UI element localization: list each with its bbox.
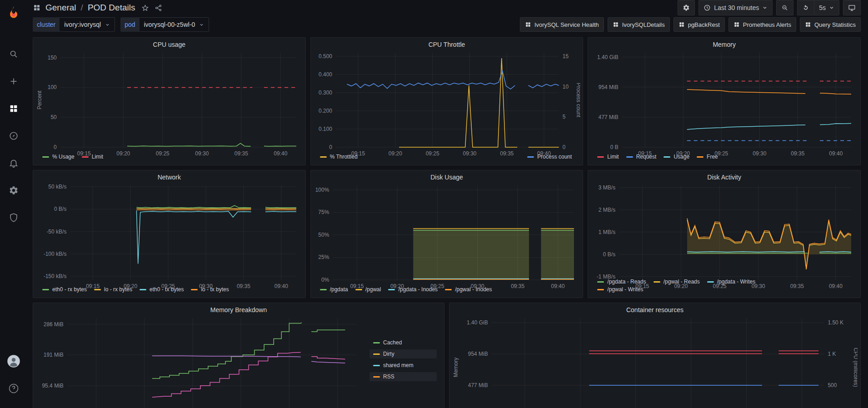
dashboard-settings-button[interactable]: [678, 0, 695, 15]
sidebar-item-dashboards[interactable]: [3, 98, 24, 119]
link-pgbackrest[interactable]: pgBackRest: [673, 17, 725, 32]
panel-container-resources: Container resources 09:1509:2009:2509:30…: [449, 303, 861, 408]
legend-item[interactable]: Cached: [369, 338, 437, 347]
refresh-group: 5s: [797, 0, 839, 15]
variable-label: cluster: [33, 17, 60, 32]
variable-cluster-select[interactable]: ivory:ivorysql: [60, 17, 115, 32]
legend-item[interactable]: shared mem: [369, 361, 437, 370]
legend-swatch: [373, 376, 380, 378]
svg-text:954 MiB: 954 MiB: [599, 84, 619, 90]
top-navbar: General / POD Details: [27, 0, 868, 15]
server-admin-shield-icon: [9, 213, 19, 223]
legend-item[interactable]: /pgwal - Writes: [597, 286, 643, 293]
chevron-down-icon: [829, 5, 834, 10]
legend-item[interactable]: eth0 - tx bytes: [140, 286, 184, 293]
link-ivorysql-details[interactable]: IvorySQLDetails: [608, 17, 670, 32]
legend-item[interactable]: Limit: [82, 154, 103, 160]
legend-item[interactable]: /pgwal - Reads: [653, 279, 700, 285]
legend-item[interactable]: /pgdata - Inodes: [388, 286, 438, 293]
dashboard-links: IvorySQL Service Health IvorySQLDetails …: [520, 17, 861, 32]
legend-item[interactable]: eth0 - rx bytes: [42, 286, 87, 293]
legend-item[interactable]: RSS: [369, 372, 437, 381]
panel-title[interactable]: CPU Throttle: [311, 38, 583, 49]
sidebar-item-alerting[interactable]: [3, 153, 24, 174]
svg-text:1 MB/s: 1 MB/s: [599, 229, 615, 235]
legend-item[interactable]: % Usage: [42, 154, 75, 160]
kiosk-mode-button[interactable]: [843, 0, 861, 15]
kiosk-monitor-icon: [848, 4, 856, 12]
legend-swatch: [597, 289, 604, 290]
legend-label: shared mem: [383, 362, 414, 368]
panel-title[interactable]: Disk Usage: [311, 170, 583, 182]
svg-text:Percent: Percent: [36, 90, 43, 109]
svg-text:500: 500: [828, 382, 837, 388]
memory-breakdown-chart[interactable]: 09:1509:2009:2509:3009:3509:4095.4 MiB19…: [36, 314, 363, 408]
zoom-out-button[interactable]: [776, 0, 793, 15]
legend-item[interactable]: /pgdata - Writes: [707, 279, 755, 285]
share-icon[interactable]: [155, 4, 162, 12]
legend-label: lo - tx bytes: [201, 286, 229, 293]
grafana-logo[interactable]: [7, 5, 20, 19]
legend-item[interactable]: Free: [697, 154, 718, 160]
legend-label: Limit: [607, 154, 619, 160]
legend-item[interactable]: /pgdata: [320, 286, 348, 293]
time-range-picker[interactable]: Last 30 minutes: [698, 0, 773, 15]
star-icon[interactable]: [141, 4, 149, 12]
panel-title[interactable]: Network: [33, 170, 305, 182]
disk-usage-chart[interactable]: 09:1509:2009:2509:3009:3509:400%25%50%75…: [314, 182, 580, 285]
legend-swatch: [597, 281, 604, 283]
legend-swatch: [653, 281, 660, 283]
legend-item[interactable]: Limit: [597, 154, 619, 160]
panel-title[interactable]: Memory Breakdown: [33, 303, 444, 314]
cpu-usage-chart[interactable]: 09:1509:2009:2509:3009:3509:40050100150P…: [36, 49, 303, 153]
legend-item[interactable]: lo - tx bytes: [191, 286, 229, 293]
legend-item[interactable]: Dirty: [369, 349, 437, 358]
network-chart[interactable]: 09:1509:2009:2509:3009:3509:4050 kB/s0 B…: [36, 182, 303, 285]
sidebar-item-configuration[interactable]: [3, 180, 24, 201]
legend-item[interactable]: % Throttled: [320, 154, 358, 160]
cpu-throttle-chart[interactable]: 09:1509:2009:2509:3009:3509:4000.1000.20…: [314, 49, 580, 153]
variable-cluster: cluster ivory:ivorysql: [33, 17, 115, 32]
legend-item[interactable]: /pgwal - Inodes: [445, 286, 492, 293]
disk-activity-chart[interactable]: 09:1509:2009:2509:3009:3509:40-1 MB/s0 B…: [591, 182, 858, 278]
link-query-statistics[interactable]: Query Statistics: [800, 17, 861, 32]
sidebar-item-explore[interactable]: [3, 125, 24, 146]
svg-text:0: 0: [329, 144, 332, 150]
link-ivorysql-service-health[interactable]: IvorySQL Service Health: [520, 17, 604, 32]
sidebar-item-create[interactable]: [3, 71, 24, 92]
panel-title[interactable]: Container resources: [449, 303, 860, 314]
apps-grid-icon: [678, 21, 685, 28]
svg-text:CPU (millicores): CPU (millicores): [853, 348, 858, 387]
svg-text:25%: 25%: [318, 254, 329, 260]
memory-chart[interactable]: 09:1509:2009:2509:3009:3509:400 B477 MiB…: [591, 49, 858, 153]
svg-text:Process count: Process count: [575, 83, 580, 118]
refresh-interval-button[interactable]: 5s: [814, 0, 839, 15]
container-resources-chart[interactable]: 09:1509:2009:2509:3009:3509:40477 MiB954…: [452, 314, 858, 408]
legend-item[interactable]: lo - rx bytes: [94, 286, 132, 293]
refresh-button[interactable]: [798, 0, 814, 15]
legend-item[interactable]: /pgdata - Reads: [597, 279, 646, 285]
legend-item[interactable]: Process count: [527, 154, 572, 160]
legend-item[interactable]: Request: [626, 154, 657, 160]
page-title[interactable]: POD Details: [88, 3, 135, 13]
svg-text:0.500: 0.500: [319, 53, 332, 60]
sidebar-item-profile[interactable]: [3, 351, 24, 372]
panel-title[interactable]: CPU usage: [33, 38, 305, 49]
svg-text:477 MiB: 477 MiB: [599, 114, 619, 120]
apps-grid-icon: [33, 4, 41, 12]
configuration-gear-icon: [9, 185, 19, 195]
dashboard-toolbar: Last 30 minutes: [678, 0, 861, 15]
breadcrumb-section[interactable]: General: [45, 3, 76, 13]
sidebar-item-help[interactable]: [3, 378, 24, 399]
legend-item[interactable]: /pgwal: [355, 286, 381, 293]
link-prometheus-alerts[interactable]: Prometheus Alerts: [728, 17, 796, 32]
settings-gear-icon: [683, 4, 690, 11]
variable-pod-select[interactable]: ivorysql-00-z5wl-0: [140, 17, 210, 32]
legend-swatch: [82, 156, 89, 158]
sidebar-item-search[interactable]: [3, 44, 24, 65]
legend-label: Dirty: [383, 351, 394, 357]
sidebar-item-server-admin[interactable]: [3, 207, 24, 228]
legend-item[interactable]: Usage: [663, 154, 689, 160]
panel-title[interactable]: Disk Activity: [588, 170, 860, 182]
panel-title[interactable]: Memory: [588, 38, 860, 49]
